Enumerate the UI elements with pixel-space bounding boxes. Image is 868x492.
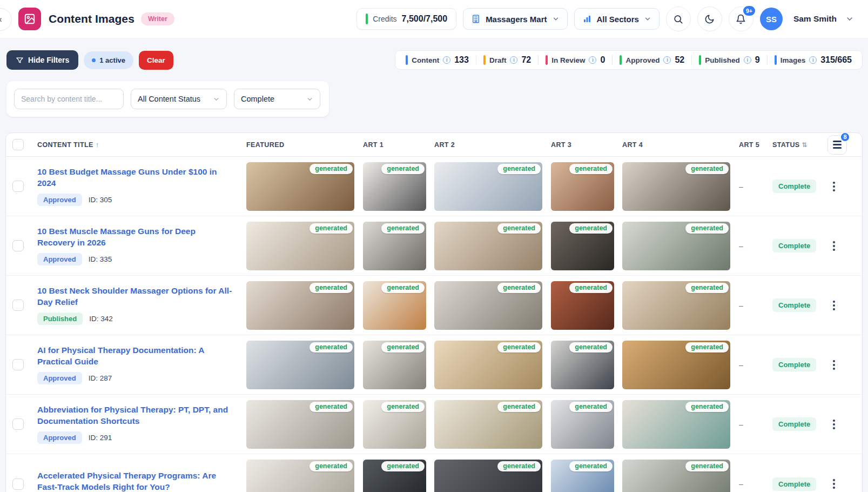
search-button[interactable] <box>666 6 691 31</box>
art1-image-thumbnail[interactable]: generated <box>363 281 426 330</box>
search-input[interactable] <box>14 89 124 109</box>
filter-row: Hide Filters 1 active Clear Contenti133D… <box>0 38 868 70</box>
avatar[interactable]: SS <box>760 8 783 30</box>
art1-image-thumbnail[interactable]: generated <box>363 400 426 449</box>
row-checkbox[interactable] <box>12 359 24 370</box>
stat-color-bar <box>546 55 548 65</box>
image-status-value: Complete <box>241 95 274 103</box>
generated-badge: generated <box>497 461 541 471</box>
column-header-status[interactable]: STATUS ⇅ <box>772 141 827 149</box>
art3-image-thumbnail[interactable]: generated <box>551 400 614 449</box>
art3-image-thumbnail[interactable]: generated <box>551 341 614 389</box>
stats-strip: Contenti133Drafti72In Reviewi0Approvedi5… <box>395 50 863 70</box>
info-icon[interactable]: i <box>510 56 517 64</box>
sector-selector[interactable]: All Sectors <box>574 8 660 30</box>
art1-image-thumbnail[interactable]: generated <box>363 222 426 270</box>
art3-image-thumbnail[interactable]: generated <box>551 281 614 330</box>
row-meta: Approved ID: 291 <box>37 431 233 444</box>
art3-image-thumbnail[interactable]: generated <box>551 222 614 270</box>
hide-filters-button[interactable]: Hide Filters <box>6 50 78 70</box>
art1-image-thumbnail[interactable]: generated <box>363 460 426 492</box>
column-header-content-title[interactable]: CONTENT TITLE ↑ <box>37 141 246 149</box>
featured-image-thumbnail[interactable]: generated <box>246 460 354 492</box>
art3-image-thumbnail[interactable]: generated <box>551 162 614 211</box>
art4-image-thumbnail[interactable]: generated <box>622 281 730 330</box>
art1-image-thumbnail[interactable]: generated <box>363 341 426 389</box>
image-status-badge: Complete <box>772 239 816 252</box>
row-actions-kebab-button[interactable] <box>827 358 840 372</box>
art3-image-thumbnail[interactable]: generated <box>551 460 614 492</box>
row-checkbox[interactable] <box>12 300 24 311</box>
generated-badge: generated <box>381 342 425 353</box>
generated-badge: generated <box>569 402 613 412</box>
page-title: Content Images <box>49 12 134 25</box>
workflow-status-badge: Approved <box>37 253 82 265</box>
featured-image-thumbnail[interactable]: generated <box>246 281 354 330</box>
row-checkbox[interactable] <box>12 181 24 192</box>
art4-image-thumbnail[interactable]: generated <box>622 460 730 492</box>
row-actions-kebab-button[interactable] <box>827 477 840 491</box>
row-actions-kebab-button[interactable] <box>827 417 840 431</box>
column-header-featured: FEATURED <box>246 141 363 149</box>
row-checkbox[interactable] <box>12 478 24 490</box>
content-title-link[interactable]: Accelerated Physical Therapy Programs: A… <box>37 470 233 492</box>
featured-image-thumbnail[interactable]: generated <box>246 400 354 449</box>
info-icon[interactable]: i <box>809 56 817 64</box>
row-actions-kebab-button[interactable] <box>827 179 840 194</box>
content-status-value: All Content Status <box>138 95 200 103</box>
content-title-link[interactable]: AI for Physical Therapy Documentation: A… <box>37 345 233 368</box>
select-all-checkbox[interactable] <box>12 139 24 150</box>
column-settings-button[interactable]: 8 <box>827 135 847 155</box>
art4-image-thumbnail[interactable]: generated <box>622 162 730 211</box>
info-icon[interactable]: i <box>589 56 596 64</box>
art2-image-thumbnail[interactable]: generated <box>434 281 542 330</box>
funnel-icon <box>16 56 24 64</box>
art2-image-thumbnail[interactable]: generated <box>434 341 542 389</box>
featured-image-thumbnail[interactable]: generated <box>246 341 354 389</box>
content-status-select[interactable]: All Content Status <box>131 89 227 109</box>
content-title-link[interactable]: 10 Best Neck Shoulder Massager Options f… <box>37 285 233 308</box>
info-icon[interactable]: i <box>443 56 450 64</box>
content-title-link[interactable]: 10 Best Muscle Massage Guns for Deep Rec… <box>37 226 233 249</box>
row-checkbox[interactable] <box>12 418 24 430</box>
info-icon[interactable]: i <box>663 56 671 64</box>
content-title-link[interactable]: Abbreviation for Physical Therapy: PT, D… <box>37 404 233 427</box>
art4-image-thumbnail[interactable]: generated <box>622 400 730 449</box>
user-name: Sam Smith <box>793 14 837 24</box>
art2-image-thumbnail[interactable]: generated <box>434 222 542 270</box>
notification-count-badge: 9+ <box>742 5 756 17</box>
back-button[interactable]: ‹ <box>0 8 12 31</box>
art4-image-thumbnail[interactable]: generated <box>622 222 730 270</box>
generated-badge: generated <box>685 461 729 471</box>
chevron-down-icon <box>213 96 220 103</box>
table-row: Accelerated Physical Therapy Programs: A… <box>6 454 862 492</box>
art2-image-thumbnail[interactable]: generated <box>434 460 542 492</box>
row-checkbox[interactable] <box>12 240 24 251</box>
art1-image-thumbnail[interactable]: generated <box>363 162 426 211</box>
info-icon[interactable]: i <box>744 56 751 64</box>
generated-badge: generated <box>381 402 425 412</box>
generated-badge: generated <box>569 461 613 471</box>
image-status-badge: Complete <box>772 417 816 431</box>
generated-badge: generated <box>685 283 729 293</box>
dark-mode-button[interactable] <box>697 6 722 31</box>
active-filters-pill[interactable]: 1 active <box>84 51 133 69</box>
featured-image-thumbnail[interactable]: generated <box>246 222 354 270</box>
table-header-row: CONTENT TITLE ↑ FEATURED ART 1 ART 2 ART… <box>6 133 862 157</box>
generated-badge: generated <box>309 164 353 174</box>
notifications-button[interactable]: 9+ <box>729 6 753 31</box>
art2-image-thumbnail[interactable]: generated <box>434 162 542 211</box>
filter-card: All Content Status Complete <box>6 81 329 117</box>
art4-image-thumbnail[interactable]: generated <box>622 341 730 389</box>
clear-filters-button[interactable]: Clear <box>139 51 173 70</box>
user-menu-chevron-icon[interactable] <box>845 15 854 23</box>
row-actions-kebab-button[interactable] <box>827 239 840 253</box>
art2-image-thumbnail[interactable]: generated <box>434 400 542 449</box>
content-title-link[interactable]: 10 Best Budget Massage Guns Under $100 i… <box>37 167 233 189</box>
featured-image-thumbnail[interactable]: generated <box>246 162 354 211</box>
brand-selector[interactable]: Massagers Mart <box>463 8 567 30</box>
sort-both-icon: ⇅ <box>802 141 808 149</box>
image-status-select[interactable]: Complete <box>234 89 320 109</box>
row-actions-kebab-button[interactable] <box>827 298 840 313</box>
building-icon <box>471 14 481 24</box>
